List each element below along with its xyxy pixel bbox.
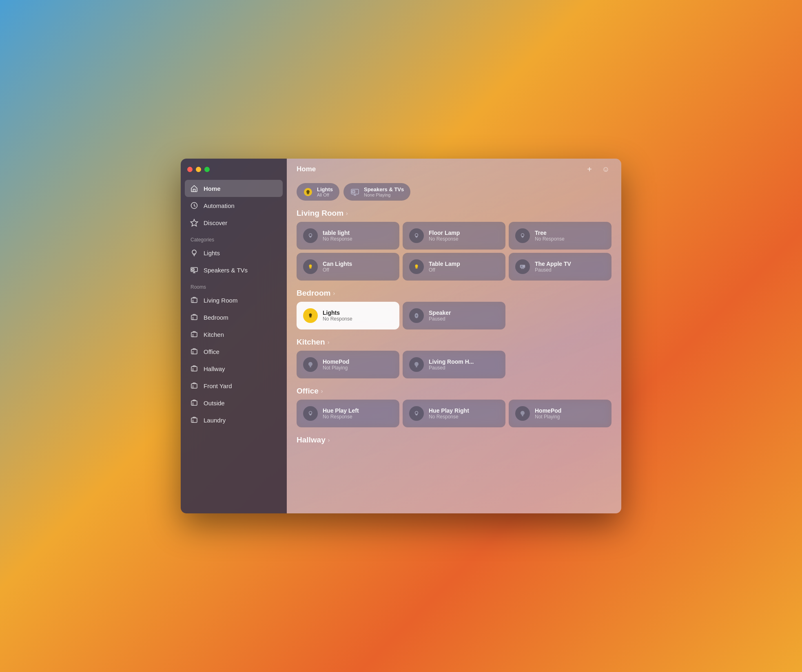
sidebar-item-label: Front Yard [204, 382, 232, 389]
room-icon [190, 313, 199, 322]
sidebar-item-lights[interactable]: Lights [185, 244, 283, 261]
device-card-tree[interactable]: Tree No Response [509, 222, 611, 250]
device-card-hue-play-right[interactable]: Hue Play Right No Response [403, 400, 505, 427]
device-status: No Response [323, 316, 352, 322]
device-info: Floor Lamp No Response [429, 230, 460, 242]
device-card-floor-lamp[interactable]: Floor Lamp No Response [403, 222, 505, 250]
sidebar-item-label: Lights [204, 250, 220, 256]
sidebar-item-home[interactable]: Home [185, 180, 283, 197]
svg-rect-4 [191, 298, 197, 303]
sidebar-item-bedroom[interactable]: Bedroom [185, 309, 283, 326]
sidebar-item-speakers[interactable]: Speakers & TVs [185, 261, 283, 279]
bulb-yellow-icon [303, 259, 318, 274]
title-bar [181, 159, 287, 180]
speakers-pill-name: Speakers & TVs [364, 186, 404, 192]
room-icon [190, 296, 199, 305]
appletv-icon [515, 259, 530, 274]
device-name: Table Lamp [429, 261, 460, 267]
svg-rect-24 [521, 265, 523, 267]
sidebar-item-hallway[interactable]: Hallway [185, 360, 283, 377]
office-title: Office [297, 387, 319, 396]
sidebar-item-automation[interactable]: Automation [185, 197, 283, 214]
device-status: Off [323, 267, 352, 273]
office-header[interactable]: Office › [297, 387, 611, 396]
device-info: Hue Play Right No Response [429, 407, 469, 420]
lights-summary-pill[interactable]: Lights All Off [297, 183, 339, 201]
device-card-homepod-office[interactable]: HomePod Not Playing [509, 400, 611, 427]
bedroom-devices: Lights No Response Speaker Paus [297, 302, 611, 329]
device-card-apple-tv[interactable]: The Apple TV Paused [509, 253, 611, 281]
room-icon [190, 416, 199, 424]
homepod-icon [303, 357, 318, 372]
sidebar-item-label: Kitchen [204, 331, 224, 338]
bedroom-header[interactable]: Bedroom › [297, 289, 611, 298]
device-card-can-lights[interactable]: Can Lights Off [297, 253, 399, 281]
sidebar-item-label: Outside [204, 400, 225, 407]
rooms-label: Rooms [181, 279, 287, 292]
device-card-table-lamp[interactable]: Table Lamp Off [403, 253, 505, 281]
device-card-bedroom-speaker[interactable]: Speaker Paused [403, 302, 505, 329]
bulb-icon [409, 406, 424, 421]
device-card-living-room-h[interactable]: Living Room H... Paused [403, 351, 505, 378]
device-info: HomePod Not Playing [535, 407, 561, 420]
device-card-bedroom-lights[interactable]: Lights No Response [297, 302, 399, 329]
sidebar-item-laundry[interactable]: Laundry [185, 411, 283, 429]
device-info: The Apple TV Paused [535, 261, 571, 273]
chevron-right-icon: › [328, 339, 330, 345]
device-name: The Apple TV [535, 261, 571, 267]
main-content: Lights All Off Speakers & TVs N [287, 180, 621, 458]
tv-icon [190, 265, 199, 274]
svg-point-26 [416, 315, 417, 316]
speakers-pill-status: None Playing [364, 192, 404, 197]
sidebar-item-office[interactable]: Office [185, 343, 283, 360]
minimize-button[interactable] [196, 167, 201, 172]
device-card-table-light[interactable]: table light No Response [297, 222, 399, 250]
hallway-header[interactable]: Hallway › [297, 435, 611, 444]
living-room-header[interactable]: Living Room › [297, 209, 611, 218]
room-icon [190, 330, 199, 339]
device-info: HomePod Not Playing [323, 358, 349, 371]
homepod-icon [515, 406, 530, 421]
sidebar-item-label: Laundry [204, 417, 226, 424]
chevron-right-icon: › [333, 290, 335, 296]
sidebar-item-outside[interactable]: Outside [185, 394, 283, 411]
device-name: Hue Play Right [429, 407, 469, 414]
sidebar-item-label: Bedroom [204, 314, 228, 321]
chevron-right-icon: › [328, 437, 330, 443]
header-actions: + ☺ [584, 164, 611, 175]
device-info: Can Lights Off [323, 261, 352, 273]
svg-rect-18 [191, 418, 197, 422]
sidebar-item-living-room[interactable]: Living Room [185, 292, 283, 309]
sidebar-item-label: Automation [204, 202, 235, 209]
device-card-homepod-kitchen[interactable]: HomePod Not Playing [297, 351, 399, 378]
sidebar-item-kitchen[interactable]: Kitchen [185, 326, 283, 343]
device-info: Hue Play Left No Response [323, 407, 359, 420]
device-status: Not Playing [535, 414, 561, 420]
kitchen-header[interactable]: Kitchen › [297, 338, 611, 347]
svg-rect-6 [191, 315, 197, 320]
smiley-button[interactable]: ☺ [600, 164, 611, 175]
sidebar-item-label: Office [204, 348, 219, 355]
device-status: Paused [429, 316, 451, 322]
device-name: Speaker [429, 309, 451, 316]
bulb-yellow-icon [409, 259, 424, 274]
device-card-hue-play-left[interactable]: Hue Play Left No Response [297, 400, 399, 427]
device-name: table light [323, 230, 352, 236]
close-button[interactable] [187, 167, 193, 172]
lights-pill-text: Lights All Off [317, 186, 333, 197]
bulb-active-icon [303, 308, 318, 323]
device-status: Not Playing [323, 365, 349, 371]
svg-rect-30 [522, 416, 523, 416]
sidebar-navigation: Home Automation Disco [181, 180, 287, 231]
categories-navigation: Lights Speakers & TVs [181, 244, 287, 279]
add-button[interactable]: + [584, 164, 595, 175]
maximize-button[interactable] [204, 167, 210, 172]
room-icon [190, 347, 199, 356]
speaker-icon [409, 308, 424, 323]
device-status: No Response [535, 236, 565, 242]
chevron-right-icon: › [346, 210, 348, 217]
sidebar-item-discover[interactable]: Discover [185, 214, 283, 231]
sidebar-item-front-yard[interactable]: Front Yard [185, 377, 283, 394]
clock-icon [190, 201, 199, 210]
speakers-summary-pill[interactable]: Speakers & TVs None Playing [343, 183, 410, 201]
